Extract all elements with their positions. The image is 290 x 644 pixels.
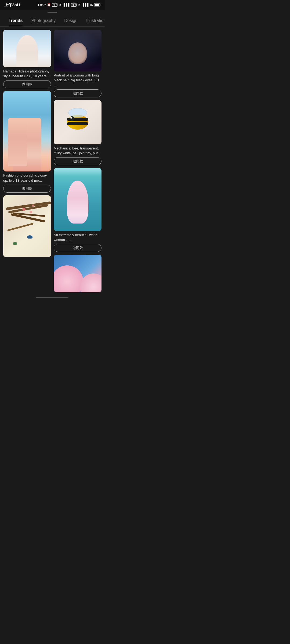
battery-display: 87: [90, 3, 100, 6]
card-flowers-image[interactable]: [54, 255, 102, 292]
card-girl-white-action[interactable]: 做同款: [3, 80, 51, 88]
bee-eye: [70, 116, 74, 121]
pull-bar: [48, 12, 57, 13]
status-right: 1.0K/s ⏰ HD 4G ▋▋▋ HD 4G ▋▋▋ 87: [38, 3, 100, 7]
bee-wing: [68, 108, 87, 118]
home-indicator: [36, 297, 68, 298]
card-bird-painting: [3, 195, 51, 257]
pull-indicator: [0, 10, 105, 14]
signal-bars-2: ▋▋▋: [83, 3, 89, 7]
card-columns: Hamada Hideaki photography style, beauti…: [3, 30, 102, 292]
network-speed: 1.0K/s: [38, 3, 46, 6]
hd-badge-2: HD: [71, 3, 77, 7]
card-bee: Mechanical bee, transparent, milky white…: [54, 100, 102, 165]
card-underwater-image[interactable]: [54, 168, 102, 231]
card-woman-portrait-title: Portrait of a woman with long black hair…: [54, 73, 102, 88]
card-underwater: An extremely beautiful white woman，... 做…: [54, 168, 102, 252]
tab-photography[interactable]: Photography: [27, 16, 60, 26]
card-bee-action[interactable]: 做同款: [54, 157, 102, 165]
card-woman-portrait: Portrait of a woman with long black hair…: [54, 30, 102, 97]
battery-percentage: 87: [90, 3, 93, 6]
card-bee-image[interactable]: [54, 100, 102, 144]
card-fashion-models-title: Fashion photography, close-up, two 18-ye…: [3, 173, 51, 183]
status-bar: 上午8:41 1.0K/s ⏰ HD 4G ▋▋▋ HD 4G ▋▋▋ 87: [0, 0, 105, 10]
bottom-nav-bar: [0, 295, 105, 301]
tab-design[interactable]: Design: [60, 16, 82, 26]
battery-fill: [95, 4, 99, 6]
hd-badge-1: HD: [52, 3, 57, 7]
card-flowers: [54, 255, 102, 292]
card-bee-title: Mechanical bee, transparent, milky white…: [54, 146, 102, 156]
signal-4g-1: 4G: [59, 3, 63, 6]
bee-stripe-2: [67, 122, 88, 125]
signal-bars-1: ▋▋▋: [64, 3, 70, 7]
tab-trends[interactable]: Trends: [4, 16, 27, 26]
card-girl-white-title: Hamada Hideaki photography style, beauti…: [3, 69, 51, 79]
card-bird-painting-image[interactable]: [3, 195, 51, 257]
card-woman-portrait-action[interactable]: 做同款: [54, 89, 102, 97]
signal-4g-2: 4G: [78, 3, 82, 6]
right-column: Portrait of a woman with long black hair…: [54, 30, 102, 292]
card-underwater-title: An extremely beautiful white woman，...: [54, 233, 102, 242]
battery-icon: [94, 3, 100, 6]
main-content: Hamada Hideaki photography style, beauti…: [0, 27, 105, 295]
card-fashion-models-image[interactable]: [3, 91, 51, 171]
card-fashion-models: Fashion photography, close-up, two 18-ye…: [3, 91, 51, 192]
tab-illustration[interactable]: Illustration: [82, 16, 105, 26]
alarm-icon: ⏰: [47, 3, 51, 7]
card-girl-white: Hamada Hideaki photography style, beauti…: [3, 30, 51, 88]
card-underwater-action[interactable]: 做同款: [54, 244, 102, 252]
card-fashion-models-action[interactable]: 做同款: [3, 185, 51, 193]
bee-body: [67, 115, 88, 130]
tab-navigation: Trends Photography Design Illustration: [0, 14, 105, 27]
card-woman-portrait-image[interactable]: [54, 30, 102, 71]
status-time: 上午8:41: [4, 2, 20, 8]
left-column: Hamada Hideaki photography style, beauti…: [3, 30, 51, 292]
card-girl-white-image[interactable]: [3, 30, 51, 67]
